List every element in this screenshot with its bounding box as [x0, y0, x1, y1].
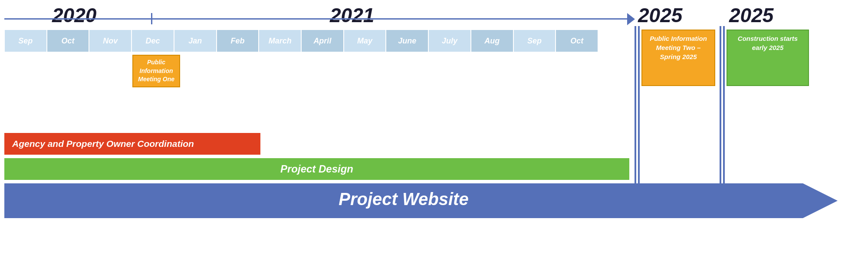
month-nov-2020: Nov	[89, 30, 132, 52]
pim-two-label: Public Information Meeting Two – Spring …	[646, 34, 711, 61]
year-2025a-label: 2025	[638, 3, 682, 27]
construction-label: Construction starts early 2025	[731, 34, 805, 52]
agency-bar: Agency and Property Owner Coordination	[4, 133, 260, 155]
month-jul-2021: July	[428, 30, 471, 52]
year-2021-label: 2021	[330, 3, 374, 27]
axis-line	[4, 18, 629, 20]
year-2020-label: 2020	[52, 3, 96, 27]
month-sep-2021: Sep	[513, 30, 556, 52]
month-dec-2020: Dec	[132, 30, 174, 52]
separator-left	[635, 26, 636, 217]
month-oct-2021: Oct	[556, 30, 598, 52]
website-bar-svg: Project Website	[4, 183, 838, 218]
axis-arrow	[627, 13, 635, 25]
month-jan-2021: Jan	[174, 30, 217, 52]
tick-dec	[151, 13, 152, 24]
month-mar-2021: March	[259, 30, 301, 52]
month-feb-2021: Feb	[217, 30, 259, 52]
month-oct-2020: Oct	[47, 30, 89, 52]
pim-two-box: Public Information Meeting Two – Spring …	[641, 30, 715, 86]
separator-right	[720, 26, 721, 191]
separator-right2	[723, 26, 725, 191]
month-aug-2021: Aug	[471, 30, 513, 52]
pim-one-box: Public Information Meeting One	[132, 55, 180, 87]
design-bar-label: Project Design	[280, 163, 353, 175]
year-2025b-label: 2025	[729, 3, 773, 27]
month-may-2021: May	[344, 30, 386, 52]
month-jun-2021: June	[386, 30, 428, 52]
agency-bar-label: Agency and Property Owner Coordination	[12, 139, 194, 149]
month-sep-2020: Sep	[4, 30, 47, 52]
pim-one-label: Public Information Meeting One	[135, 58, 177, 84]
month-apr-2021: April	[301, 30, 344, 52]
months-row: Sep Oct Nov Dec Jan Feb March April May …	[4, 30, 598, 52]
timeline-chart: 2020 2021 2025 2025 Sep Oct Nov Dec Jan …	[0, 0, 859, 256]
website-bar-container: Project Website	[4, 183, 838, 218]
separator-left2	[638, 26, 640, 217]
design-bar: Project Design	[4, 158, 629, 180]
construction-box: Construction starts early 2025	[727, 30, 809, 86]
svg-text:Project Website: Project Website	[339, 189, 468, 209]
